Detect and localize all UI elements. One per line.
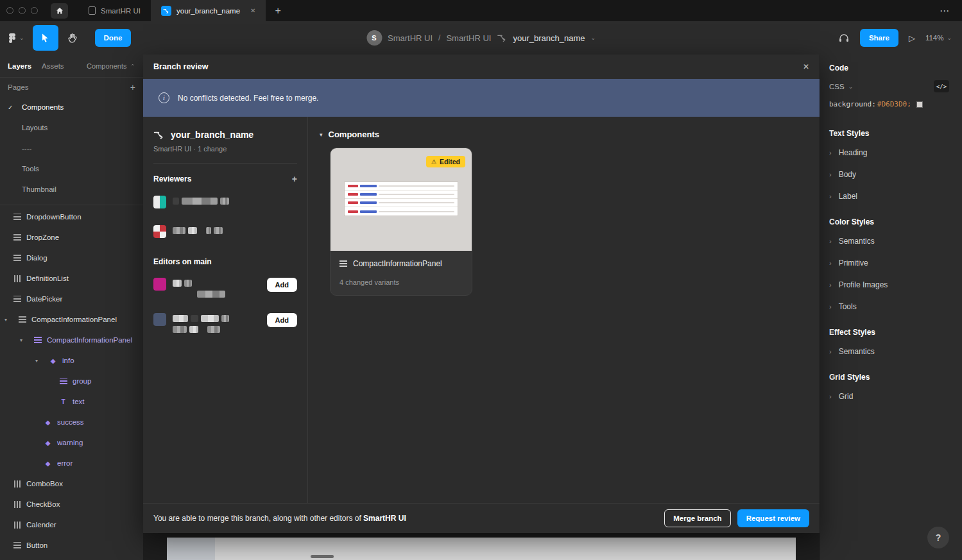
page-selector[interactable]: Components ⌄ — [87, 62, 135, 70]
caret-down-icon[interactable]: ▾ — [35, 358, 40, 364]
more-menu-icon[interactable]: ⋯ — [928, 5, 962, 17]
tab-your-branch-name[interactable]: your_branch_name ✕ — [151, 0, 266, 21]
style-item[interactable]: ›Label — [820, 185, 962, 207]
layer-row[interactable]: CheckBox — [0, 494, 143, 514]
zoom-control[interactable]: 114% ⌄ — [925, 34, 952, 42]
close-icon[interactable]: ✕ — [803, 62, 809, 71]
add-page-icon[interactable]: + — [130, 82, 135, 92]
layer-label: warning — [57, 439, 83, 446]
request-review-button[interactable]: Request review — [737, 509, 809, 527]
huddle-headphones-icon[interactable] — [838, 33, 850, 43]
style-item[interactable]: ›Grid — [820, 386, 962, 407]
file-breadcrumb[interactable]: S SmartHR UI / SmartHR UI your_branch_na… — [366, 21, 596, 55]
layer-label: CompactInformationPanel — [31, 316, 117, 323]
home-button[interactable] — [51, 3, 68, 19]
layer-row[interactable]: Calender — [0, 514, 143, 535]
window-controls — [0, 7, 51, 14]
style-item[interactable]: ›Body — [820, 164, 962, 185]
page-item-tools[interactable]: Tools — [0, 158, 143, 179]
style-item[interactable]: ›Profile Images — [820, 274, 962, 296]
share-button[interactable]: Share — [860, 29, 898, 47]
present-play-icon[interactable]: ▷ — [909, 33, 915, 43]
horizontal-scrollbar[interactable] — [311, 555, 334, 558]
minimize-window-button[interactable] — [19, 7, 26, 14]
breadcrumb-file: SmartHR UI — [446, 33, 491, 43]
new-tab-button[interactable]: + — [266, 5, 289, 17]
section-title: Text Styles — [820, 119, 962, 142]
close-window-button[interactable] — [6, 7, 13, 14]
chevron-right-icon: › — [829, 192, 832, 200]
main-toolbar: ⌄ Done S SmartHR UI / SmartHR UI your_br… — [0, 21, 962, 55]
page-item-thumbnail[interactable]: Thumbnail — [0, 179, 143, 199]
move-tool-button[interactable] — [33, 25, 58, 51]
layer-row[interactable]: group — [0, 371, 143, 391]
layer-row[interactable]: Ttext — [0, 391, 143, 412]
language-selector[interactable]: CSS — [829, 83, 845, 90]
layer-row[interactable]: ▾◆info — [0, 350, 143, 371]
avatar — [153, 196, 166, 208]
layer-row[interactable]: DatePicker — [0, 289, 143, 309]
tab-layers[interactable]: Layers — [8, 62, 31, 70]
layer-row[interactable]: ▾CompactInformationPanel — [0, 330, 143, 350]
style-item[interactable]: ›Primitive — [820, 252, 962, 274]
layer-label: DefinitionList — [26, 275, 69, 282]
close-tab-icon[interactable]: ✕ — [250, 7, 255, 14]
component-icon — [33, 337, 42, 343]
changed-component-card[interactable]: ⚠ Edited CompactInforma — [330, 148, 472, 296]
style-label: Tools — [839, 302, 857, 311]
layer-label: info — [62, 357, 74, 364]
style-item[interactable]: ›Tools — [820, 296, 962, 318]
tab-smarthr-ui[interactable]: SmartHR UI — [78, 0, 151, 21]
layer-row[interactable]: DropdownButton — [0, 207, 143, 227]
layer-row[interactable]: ▾CompactInformationPanel — [0, 309, 143, 330]
user-avatar[interactable]: S — [366, 30, 382, 46]
style-item[interactable]: ›Semantics — [820, 341, 962, 362]
merge-branch-button[interactable]: Merge branch — [664, 509, 730, 527]
add-editor-button[interactable]: Add — [267, 313, 297, 327]
hand-tool-button[interactable] — [60, 25, 85, 51]
layer-label: DatePicker — [26, 295, 62, 303]
maximize-window-button[interactable] — [31, 7, 38, 14]
breadcrumb-org: SmartHR UI — [388, 33, 433, 43]
caret-down-icon[interactable]: ▾ — [320, 132, 323, 138]
layer-row[interactable]: DefinitionList — [0, 268, 143, 289]
page-label: Layouts — [22, 124, 47, 132]
variants-icon — [13, 480, 21, 488]
changes-panel: ▾ Components ⚠ Edited — [308, 117, 820, 503]
layer-row[interactable]: Dialog — [0, 248, 143, 268]
tab-assets[interactable]: Assets — [42, 62, 64, 70]
component-set-icon — [13, 214, 21, 220]
thumbnail-preview — [344, 182, 458, 216]
layer-row[interactable]: ◆success — [0, 412, 143, 432]
code-view-icon[interactable]: </> — [934, 80, 949, 92]
layer-row[interactable]: Button — [0, 535, 143, 556]
layer-label: DropdownButton — [26, 213, 82, 221]
page-item-layouts[interactable]: Layouts — [0, 117, 143, 138]
chevron-down-icon[interactable]: ⌄ — [848, 83, 854, 90]
style-label: Semantics — [839, 237, 875, 246]
layer-row[interactable]: ◆warning — [0, 432, 143, 453]
edited-badge-label: Edited — [440, 158, 460, 165]
section-title: Grid Styles — [820, 362, 962, 386]
caret-down-icon[interactable]: ▾ — [20, 337, 25, 343]
editor-row: Add — [153, 278, 297, 298]
style-label: Profile Images — [839, 280, 888, 289]
add-reviewer-icon[interactable]: + — [292, 174, 297, 184]
help-button[interactable]: ? — [927, 527, 949, 548]
layer-row[interactable]: ComboBox — [0, 473, 143, 494]
pages-header: Pages + — [0, 78, 143, 97]
style-item[interactable]: ›Heading — [820, 142, 962, 164]
layer-row[interactable]: ◆error — [0, 453, 143, 473]
done-button[interactable]: Done — [95, 29, 132, 47]
toolbar-right: Share ▷ 114% ⌄ — [838, 29, 962, 47]
caret-down-icon[interactable]: ▾ — [4, 317, 10, 323]
style-label: Label — [839, 192, 857, 201]
style-item[interactable]: ›Semantics — [820, 230, 962, 252]
layer-label: text — [73, 398, 85, 405]
page-item-components[interactable]: ✓Components — [0, 97, 143, 117]
add-editor-button[interactable]: Add — [267, 278, 297, 292]
page-item-divider[interactable]: ---- — [0, 138, 143, 158]
chevron-right-icon: › — [829, 259, 832, 267]
main-menu-button[interactable]: ⌄ — [0, 21, 32, 55]
layer-row[interactable]: DropZone — [0, 227, 143, 248]
